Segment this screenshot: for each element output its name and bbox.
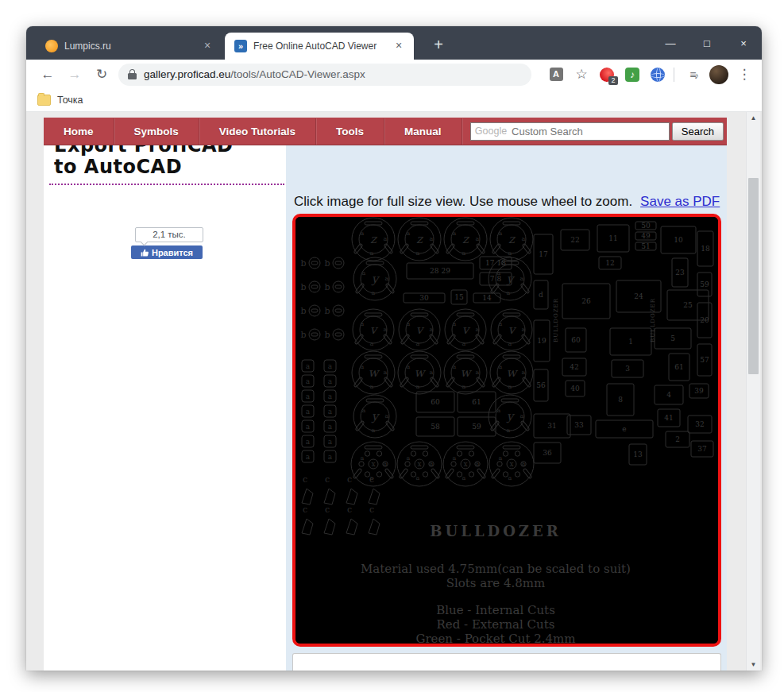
reload-button[interactable]: ↻ bbox=[91, 64, 112, 85]
svg-text:x: x bbox=[371, 460, 375, 468]
svg-text:a: a bbox=[430, 369, 434, 376]
nav-item-manual[interactable]: Manual bbox=[384, 118, 462, 145]
scroll-down-icon[interactable]: ▼ bbox=[747, 659, 760, 671]
svg-text:a: a bbox=[476, 460, 480, 467]
svg-text:Material used 4.75mm(can be sc: Material used 4.75mm(can be scaled to su… bbox=[361, 562, 631, 576]
left-column: Export ProfiCAD to AutoCAD 2,1 тыс. Нрав… bbox=[44, 145, 286, 671]
svg-text:58: 58 bbox=[431, 423, 440, 431]
back-button[interactable]: ← bbox=[37, 64, 58, 85]
address-bar[interactable]: gallery.proficad.eu/tools/AutoCAD-Viewer… bbox=[118, 64, 531, 86]
search-button[interactable]: Search bbox=[672, 122, 724, 141]
profile-avatar[interactable] bbox=[708, 64, 730, 86]
svg-text:60: 60 bbox=[571, 336, 581, 344]
svg-text:a: a bbox=[508, 340, 512, 347]
lumpics-favicon-icon bbox=[45, 40, 58, 52]
svg-text:8: 8 bbox=[618, 396, 623, 404]
tab-autocad-viewer[interactable]: » Free Online AutoCAD Viewer × bbox=[225, 33, 414, 60]
nav-item-tools[interactable]: Tools bbox=[316, 118, 384, 145]
tab-close-icon[interactable]: × bbox=[200, 39, 214, 53]
extension-music-icon[interactable]: ♪ bbox=[621, 64, 643, 86]
tab-label: Lumpics.ru bbox=[64, 41, 200, 52]
svg-text:a: a bbox=[306, 453, 311, 461]
facebook-like-button[interactable]: Нравится bbox=[131, 245, 203, 259]
maximize-button[interactable]: □ bbox=[689, 37, 725, 49]
svg-text:b: b bbox=[300, 306, 306, 316]
scroll-up-icon[interactable]: ▲ bbox=[747, 112, 760, 125]
svg-text:a: a bbox=[508, 474, 512, 481]
toolbar-divider bbox=[674, 68, 674, 82]
tab-lumpics[interactable]: Lumpics.ru × bbox=[36, 33, 222, 60]
svg-text:36: 36 bbox=[543, 449, 552, 457]
svg-text:a: a bbox=[328, 362, 333, 370]
svg-text:56: 56 bbox=[536, 381, 546, 389]
svg-text:b: b bbox=[300, 258, 306, 269]
svg-text:a: a bbox=[462, 340, 466, 347]
scrollbar-thumb[interactable] bbox=[748, 178, 759, 374]
svg-text:a: a bbox=[384, 369, 388, 376]
svg-text:a: a bbox=[407, 320, 411, 327]
svg-text:a: a bbox=[507, 289, 511, 296]
thumbs-up-icon bbox=[141, 249, 149, 257]
extension-globe-icon[interactable] bbox=[647, 64, 669, 86]
nav-item-home[interactable]: Home bbox=[44, 118, 114, 145]
translate-icon[interactable]: A bbox=[545, 64, 567, 86]
svg-text:a: a bbox=[361, 320, 365, 327]
page-scrollbar[interactable]: ▲ ▼ bbox=[746, 112, 760, 671]
svg-text:1: 1 bbox=[628, 338, 633, 346]
save-as-pdf-link[interactable]: Save as PDF bbox=[640, 194, 720, 209]
svg-text:a: a bbox=[416, 474, 420, 481]
bookmark-star-icon[interactable]: ☆ bbox=[570, 64, 593, 86]
search-field[interactable]: Google bbox=[470, 122, 670, 141]
svg-text:b: b bbox=[300, 330, 306, 340]
tab-label: Free Online AutoCAD Viewer bbox=[253, 41, 392, 52]
nav-item-symbols[interactable]: Symbols bbox=[114, 118, 199, 145]
svg-text:39: 39 bbox=[694, 387, 704, 395]
svg-text:x: x bbox=[509, 460, 513, 468]
site-content: Home Symbols Video Tutorials Tools Manua… bbox=[44, 118, 727, 671]
nav-item-video-tutorials[interactable]: Video Tutorials bbox=[199, 118, 316, 145]
svg-text:17: 17 bbox=[539, 250, 548, 258]
window-controls: — □ × bbox=[652, 26, 762, 60]
svg-text:a: a bbox=[361, 454, 365, 462]
search-input[interactable] bbox=[510, 125, 669, 138]
bookmark-folder[interactable]: Точка bbox=[57, 95, 83, 106]
cad-preview-image[interactable]: zaaazaaazaaazaaayaaayaaavaaavaaavaaavaaa… bbox=[292, 214, 721, 647]
svg-text:BULLDOZER: BULLDOZER bbox=[650, 298, 656, 342]
svg-text:a: a bbox=[508, 383, 512, 390]
svg-text:a: a bbox=[362, 269, 366, 276]
svg-text:a: a bbox=[416, 340, 420, 347]
lock-icon[interactable] bbox=[128, 69, 137, 79]
svg-text:a: a bbox=[407, 454, 411, 462]
svg-text:40: 40 bbox=[570, 385, 580, 392]
minimize-button[interactable]: — bbox=[652, 37, 689, 49]
close-button[interactable]: × bbox=[725, 37, 762, 49]
like-label: Нравится bbox=[152, 248, 193, 257]
svg-text:a: a bbox=[476, 326, 480, 333]
svg-text:a: a bbox=[453, 230, 457, 237]
new-tab-button[interactable]: + bbox=[427, 34, 450, 56]
svg-text:a: a bbox=[370, 383, 374, 390]
forward-button[interactable]: → bbox=[64, 64, 85, 85]
menu-kebab-icon[interactable]: ⋮ bbox=[733, 64, 755, 86]
svg-text:23: 23 bbox=[675, 269, 685, 276]
svg-text:32: 32 bbox=[695, 420, 704, 428]
svg-text:61: 61 bbox=[472, 398, 481, 406]
svg-text:a: a bbox=[328, 453, 333, 461]
svg-text:b: b bbox=[324, 282, 330, 292]
svg-text:c: c bbox=[347, 505, 352, 515]
extension-red-icon[interactable]: 2 bbox=[596, 64, 618, 86]
svg-text:a: a bbox=[372, 289, 376, 296]
tab-close-icon[interactable]: × bbox=[392, 39, 406, 53]
svg-text:60: 60 bbox=[431, 398, 440, 406]
svg-text:18: 18 bbox=[701, 245, 710, 253]
browser-window: Lumpics.ru × » Free Online AutoCAD Viewe… bbox=[26, 26, 762, 671]
svg-text:a: a bbox=[306, 362, 311, 370]
svg-text:28 29: 28 29 bbox=[430, 267, 450, 275]
svg-text:a: a bbox=[385, 275, 389, 282]
svg-text:10: 10 bbox=[674, 236, 683, 244]
media-playlist-icon[interactable]: ≡♪ bbox=[682, 64, 705, 86]
svg-text:x: x bbox=[463, 460, 467, 468]
svg-text:17 18: 17 18 bbox=[485, 259, 506, 267]
svg-text:e: e bbox=[622, 425, 626, 433]
screenshot: Lumpics.ru × » Free Online AutoCAD Viewe… bbox=[0, 0, 784, 692]
